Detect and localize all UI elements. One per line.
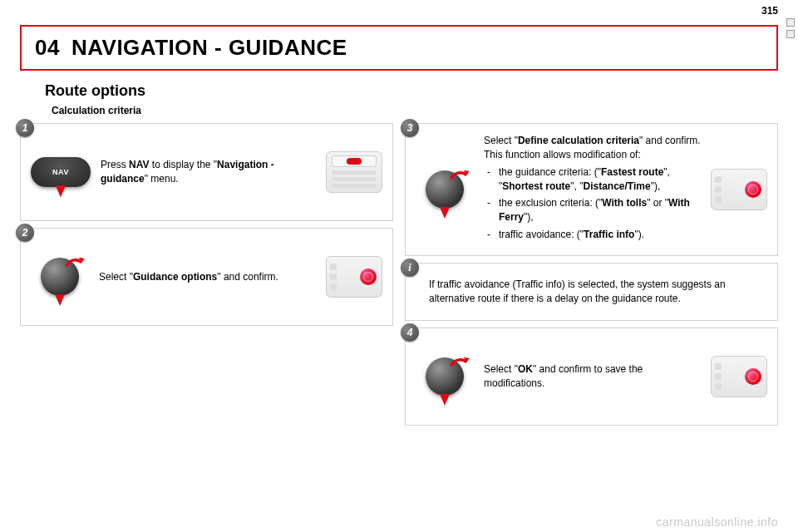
list-item: traffic avoidance: ("Traffic info"). [484, 228, 701, 242]
step-1: 1 NAV Press NAV to display the "Navigati… [20, 123, 393, 221]
text: Press [101, 159, 129, 170]
info-text: If traffic avoidance (Traffic info) is s… [416, 278, 767, 306]
text: "), [524, 211, 534, 223]
chapter-title: 04NAVIGATION - GUIDANCE [35, 35, 763, 61]
text-bold: Shortest route [502, 180, 570, 192]
text: " menu. [145, 173, 179, 185]
text-bold: NAV [129, 159, 149, 170]
step-badge: 3 [401, 119, 419, 137]
section-title: Route options [45, 82, 778, 100]
text-bold: Traffic info [584, 229, 634, 240]
text-bold: Distance/Time [583, 180, 650, 192]
panel-thumbnail [326, 151, 382, 193]
text: ", " [570, 180, 583, 192]
list-item: the exclusion criteria: ("With tolls" or… [484, 196, 701, 224]
panel-thumbnail [711, 356, 767, 397]
step-badge: 1 [16, 119, 34, 137]
page-number: 315 [761, 5, 778, 17]
text: to display the " [149, 159, 217, 170]
rotate-arrow-icon [62, 253, 86, 276]
nav-button-icon: NAV [31, 157, 91, 187]
text: Select " [484, 135, 518, 146]
watermark: carmanualsonline.info [656, 515, 778, 529]
step-badge: 4 [401, 323, 419, 342]
step-1-text: Press NAV to display the "Navigation - g… [101, 158, 316, 186]
text: "). [634, 229, 644, 240]
text-bold: OK [518, 363, 533, 375]
text: Select " [99, 271, 133, 283]
step-2: 2 Select "Guidance options" and confirm. [20, 228, 393, 326]
subsection-title: Calculation criteria [52, 105, 778, 116]
info-badge: i [401, 259, 419, 277]
text: traffic avoidance: (" [499, 229, 584, 240]
nav-button: NAV [31, 157, 91, 187]
text: "), [651, 180, 661, 192]
text: " and confirm. [639, 135, 701, 146]
text-bold: Fastest route [601, 166, 663, 178]
text-bold: Define calculation criteria [518, 135, 639, 146]
step-3-text: Select "Define calculation criteria" and… [484, 134, 701, 245]
text: the exclusion criteria: (" [499, 197, 602, 209]
panel-thumbnail [711, 169, 767, 210]
step-3: 3 Select "Define calculation criteria" a… [405, 123, 778, 256]
step-2-text: Select "Guidance options" and confirm. [99, 270, 316, 284]
text: " or " [647, 197, 668, 209]
text-bold: With tolls [602, 197, 647, 209]
text: This function allows modification of: [484, 148, 701, 162]
left-column: 1 NAV Press NAV to display the "Navigati… [20, 123, 393, 426]
chapter-header: 04NAVIGATION - GUIDANCE [20, 25, 778, 71]
text: Select " [484, 363, 518, 375]
chapter-number: 04 [35, 35, 60, 60]
text: the guidance criteria: (" [499, 166, 601, 178]
step-4: 4 Select "OK" and confirm to save the mo… [405, 328, 778, 426]
step-badge: 2 [16, 224, 34, 242]
right-column: 3 Select "Define calculation criteria" a… [405, 123, 778, 426]
panel-thumbnail [326, 256, 382, 298]
side-markers [786, 18, 795, 38]
step-4-text: Select "OK" and confirm to save the modi… [484, 362, 701, 391]
rotate-arrow-icon [447, 352, 470, 376]
text-bold: Guidance options [133, 271, 217, 283]
text: " and confirm. [217, 271, 278, 283]
info-note: i If traffic avoidance (Traffic info) is… [405, 263, 778, 321]
rotate-arrow-icon [447, 165, 470, 189]
chapter-title-text: NAVIGATION - GUIDANCE [71, 35, 347, 60]
rotary-knob-icon [31, 254, 89, 299]
rotary-knob-icon [416, 354, 474, 399]
list-item: the guidance criteria: ("Fastest route",… [484, 165, 701, 194]
rotary-knob-icon [416, 167, 474, 212]
